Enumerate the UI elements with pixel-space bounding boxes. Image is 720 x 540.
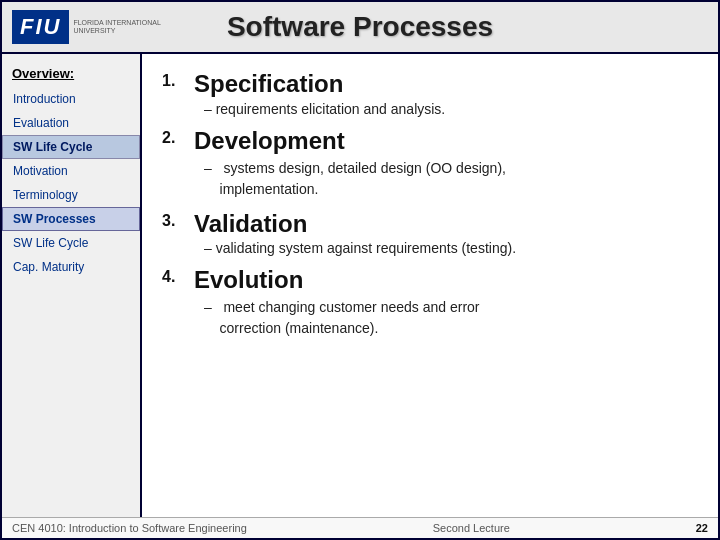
item-body-2: Development – systems design, detailed d… — [194, 127, 506, 200]
content-list: 1. Specification – requirements elicitat… — [162, 70, 698, 509]
footer-page: 22 — [696, 522, 708, 534]
footer: CEN 4010: Introduction to Software Engin… — [2, 517, 718, 538]
logo-subtitle: FLORIDA INTERNATIONAL UNIVERSITY — [73, 19, 160, 36]
item-title-4: Evolution — [194, 266, 480, 295]
item-title-3: Validation — [194, 210, 516, 239]
body: Overview: IntroductionEvaluationSW Life … — [2, 54, 718, 517]
logo-area: FIU FLORIDA INTERNATIONAL UNIVERSITY — [12, 10, 152, 44]
item-detail-4: – meet changing customer needs and error… — [194, 297, 480, 339]
sidebar-item-terminology[interactable]: Terminology — [2, 183, 140, 207]
fiu-logo: FIU — [12, 10, 69, 44]
item-number-4: 4. — [162, 266, 184, 286]
main-content: 1. Specification – requirements elicitat… — [142, 54, 718, 517]
item-title-1: Specification — [194, 70, 445, 99]
content-item-3: 3. Validation – validating system agains… — [162, 210, 698, 257]
sidebar-item-cap-maturity[interactable]: Cap. Maturity — [2, 255, 140, 279]
item-number-3: 3. — [162, 210, 184, 230]
sidebar-item-sw-processes[interactable]: SW Processes — [2, 207, 140, 231]
sidebar-item-sw-life-cycle-2[interactable]: SW Life Cycle — [2, 231, 140, 255]
sidebar-item-sw-life-cycle[interactable]: SW Life Cycle — [2, 135, 140, 159]
content-item-1: 1. Specification – requirements elicitat… — [162, 70, 698, 117]
item-body-1: Specification – requirements elicitation… — [194, 70, 445, 117]
page-title: Software Processes — [152, 11, 568, 43]
header: FIU FLORIDA INTERNATIONAL UNIVERSITY Sof… — [2, 2, 718, 54]
page: FIU FLORIDA INTERNATIONAL UNIVERSITY Sof… — [0, 0, 720, 540]
footer-lecture: Second Lecture — [433, 522, 510, 534]
item-detail-1: – requirements elicitation and analysis. — [194, 101, 445, 117]
sidebar-item-evaluation[interactable]: Evaluation — [2, 111, 140, 135]
sidebar-overview-label: Overview: — [2, 62, 140, 87]
sidebar: Overview: IntroductionEvaluationSW Life … — [2, 54, 142, 517]
sidebar-item-introduction[interactable]: Introduction — [2, 87, 140, 111]
item-detail-2: – systems design, detailed design (OO de… — [194, 158, 506, 200]
item-number-1: 1. — [162, 70, 184, 90]
item-title-2: Development — [194, 127, 506, 156]
logo-text: FIU — [20, 14, 61, 39]
item-body-3: Validation – validating system against r… — [194, 210, 516, 257]
item-detail-3: – validating system against requirements… — [194, 240, 516, 256]
item-number-2: 2. — [162, 127, 184, 147]
item-body-4: Evolution – meet changing customer needs… — [194, 266, 480, 339]
sidebar-item-motivation[interactable]: Motivation — [2, 159, 140, 183]
footer-course: CEN 4010: Introduction to Software Engin… — [12, 522, 247, 534]
content-item-4: 4. Evolution – meet changing customer ne… — [162, 266, 698, 339]
content-item-2: 2. Development – systems design, detaile… — [162, 127, 698, 200]
